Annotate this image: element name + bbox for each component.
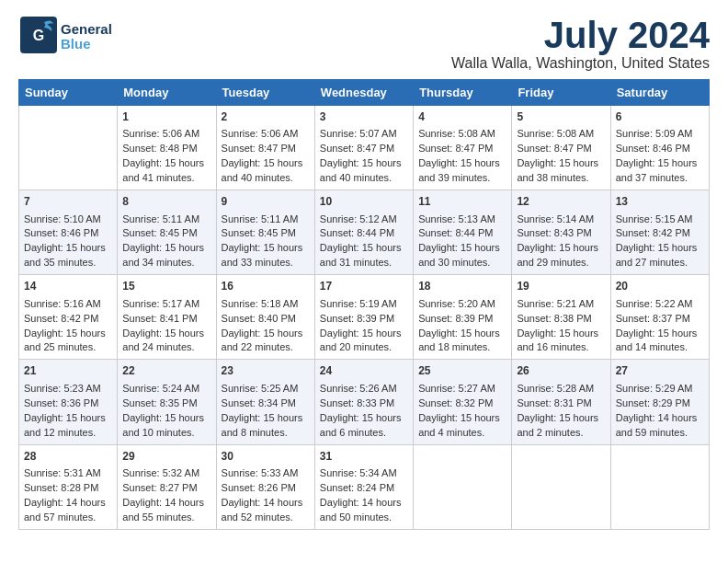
day-info: Daylight: 15 hours	[222, 411, 310, 426]
day-info: Daylight: 14 hours	[320, 496, 408, 511]
calendar-cell: 8Sunrise: 5:11 AMSunset: 8:45 PMDaylight…	[118, 190, 216, 275]
day-info: Daylight: 15 hours	[320, 411, 408, 426]
day-info: Sunrise: 5:12 AM	[320, 213, 408, 227]
day-info: and 2 minutes.	[517, 426, 605, 441]
day-info: Daylight: 15 hours	[616, 327, 704, 341]
day-number: 24	[320, 363, 408, 379]
day-number: 22	[122, 363, 210, 379]
weekday-header-thursday: Thursday	[414, 80, 512, 106]
day-info: and 38 minutes.	[517, 171, 605, 186]
day-info: Daylight: 15 hours	[517, 156, 605, 171]
day-info: Daylight: 14 hours	[222, 496, 310, 511]
day-info: Sunset: 8:33 PM	[320, 396, 408, 411]
day-info: Sunrise: 5:15 AM	[616, 213, 704, 227]
day-info: and 29 minutes.	[517, 256, 605, 270]
day-info: Sunrise: 5:07 AM	[320, 127, 408, 142]
day-info: and 50 minutes.	[320, 511, 408, 525]
day-info: and 55 minutes.	[122, 511, 210, 525]
day-number: 13	[616, 194, 704, 210]
weekday-header-saturday: Saturday	[610, 80, 709, 106]
day-number: 10	[320, 194, 408, 210]
day-info: Sunrise: 5:25 AM	[222, 382, 310, 396]
day-info: Sunrise: 5:19 AM	[320, 297, 408, 312]
day-number: 21	[24, 363, 112, 379]
weekday-header-friday: Friday	[512, 80, 610, 106]
day-number: 28	[24, 449, 112, 465]
day-info: and 57 minutes.	[24, 511, 112, 525]
logo: G General Blue	[18, 15, 112, 59]
day-info: and 14 minutes.	[616, 340, 704, 355]
day-info: Sunrise: 5:16 AM	[24, 297, 112, 312]
title-block: July 2024 Walla Walla, Washington, Unite…	[451, 15, 710, 72]
day-number: 6	[616, 109, 704, 125]
day-number: 2	[222, 109, 310, 125]
calendar-week-2: 7Sunrise: 5:10 AMSunset: 8:46 PMDaylight…	[19, 190, 710, 275]
day-info: Sunrise: 5:20 AM	[418, 297, 506, 312]
day-info: and 25 minutes.	[24, 340, 112, 355]
day-info: Sunrise: 5:33 AM	[222, 466, 310, 481]
svg-text:G: G	[33, 28, 44, 43]
day-info: Daylight: 15 hours	[24, 327, 112, 341]
weekday-header-row: SundayMondayTuesdayWednesdayThursdayFrid…	[19, 80, 710, 106]
calendar-body: 1Sunrise: 5:06 AMSunset: 8:48 PMDaylight…	[19, 106, 710, 530]
day-info: Sunset: 8:46 PM	[616, 142, 704, 156]
day-info: Sunset: 8:40 PM	[222, 312, 310, 327]
day-info: Sunset: 8:29 PM	[616, 396, 704, 411]
day-info: Sunset: 8:32 PM	[418, 396, 506, 411]
day-info: Sunset: 8:34 PM	[222, 396, 310, 411]
day-info: and 34 minutes.	[122, 256, 210, 270]
day-info: and 4 minutes.	[418, 426, 506, 441]
day-info: Sunrise: 5:28 AM	[517, 382, 605, 396]
day-info: and 18 minutes.	[418, 340, 506, 355]
day-info: Daylight: 15 hours	[517, 411, 605, 426]
day-info: Sunset: 8:47 PM	[517, 142, 605, 156]
day-info: Daylight: 15 hours	[320, 156, 408, 171]
day-info: Sunrise: 5:27 AM	[418, 382, 506, 396]
page-header: G General Blue July 2024 Walla Walla, Wa…	[18, 15, 710, 72]
day-number: 19	[517, 279, 605, 294]
day-info: Sunset: 8:24 PM	[320, 481, 408, 496]
calendar-cell: 24Sunrise: 5:26 AMSunset: 8:33 PMDayligh…	[314, 360, 413, 444]
day-info: Sunrise: 5:11 AM	[122, 213, 210, 227]
day-number: 7	[24, 194, 112, 210]
day-info: Sunset: 8:41 PM	[122, 312, 210, 327]
day-info: Sunset: 8:27 PM	[122, 481, 210, 496]
calendar-cell: 18Sunrise: 5:20 AMSunset: 8:39 PMDayligh…	[414, 275, 512, 360]
day-info: Daylight: 15 hours	[418, 411, 506, 426]
day-info: Sunrise: 5:18 AM	[222, 297, 310, 312]
day-info: Sunrise: 5:34 AM	[320, 466, 408, 481]
day-info: Sunrise: 5:17 AM	[122, 297, 210, 312]
day-info: Sunset: 8:35 PM	[122, 396, 210, 411]
day-info: Sunset: 8:46 PM	[24, 226, 112, 241]
day-info: Daylight: 15 hours	[320, 327, 408, 341]
logo-general: General	[61, 22, 112, 38]
day-info: Sunset: 8:37 PM	[616, 312, 704, 327]
calendar-cell: 25Sunrise: 5:27 AMSunset: 8:32 PMDayligh…	[414, 360, 512, 444]
day-info: Daylight: 15 hours	[222, 241, 310, 256]
day-info: and 52 minutes.	[222, 511, 310, 525]
day-info: Sunrise: 5:08 AM	[418, 127, 506, 142]
calendar-cell: 23Sunrise: 5:25 AMSunset: 8:34 PMDayligh…	[216, 360, 314, 444]
day-number: 23	[222, 363, 310, 379]
day-info: and 39 minutes.	[418, 171, 506, 186]
day-number: 29	[122, 449, 210, 465]
day-info: Sunrise: 5:08 AM	[517, 127, 605, 142]
calendar-cell: 4Sunrise: 5:08 AMSunset: 8:47 PMDaylight…	[414, 106, 512, 190]
day-info: Sunset: 8:36 PM	[24, 396, 112, 411]
weekday-header-tuesday: Tuesday	[216, 80, 314, 106]
weekday-header-wednesday: Wednesday	[314, 80, 413, 106]
day-info: and 8 minutes.	[222, 426, 310, 441]
day-info: Daylight: 15 hours	[122, 327, 210, 341]
day-info: Sunrise: 5:26 AM	[320, 382, 408, 396]
calendar-cell: 31Sunrise: 5:34 AMSunset: 8:24 PMDayligh…	[314, 444, 413, 529]
day-number: 4	[418, 109, 506, 125]
day-info: Sunset: 8:28 PM	[24, 481, 112, 496]
day-info: Sunset: 8:48 PM	[122, 142, 210, 156]
day-info: Daylight: 15 hours	[320, 241, 408, 256]
day-info: Daylight: 15 hours	[24, 241, 112, 256]
calendar-cell: 9Sunrise: 5:11 AMSunset: 8:45 PMDaylight…	[216, 190, 314, 275]
day-info: and 31 minutes.	[320, 256, 408, 270]
calendar-cell: 21Sunrise: 5:23 AMSunset: 8:36 PMDayligh…	[19, 360, 118, 444]
day-number: 15	[122, 279, 210, 294]
day-info: Daylight: 15 hours	[222, 156, 310, 171]
